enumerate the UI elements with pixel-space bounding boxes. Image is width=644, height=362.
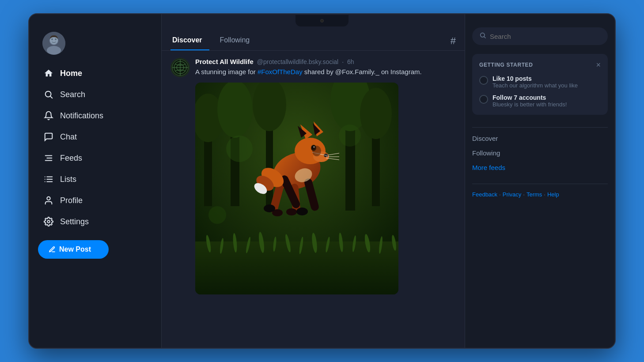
bell-icon: [43, 110, 54, 121]
post-image: [195, 83, 398, 294]
svg-line-85: [484, 37, 485, 38]
gs-header: GETTING STARTED ×: [479, 61, 601, 69]
sidebar-item-notifications[interactable]: Notifications: [38, 106, 152, 125]
svg-point-5: [55, 38, 57, 40]
sidebar-label-settings: Settings: [60, 217, 89, 226]
footer-link-help[interactable]: Help: [547, 191, 559, 198]
sidebar-item-profile[interactable]: Profile: [38, 191, 152, 210]
feed-links: Discover Following More feeds: [472, 133, 608, 173]
gs-like-sub: Teach our algorithm what you like: [492, 82, 578, 89]
lists-icon: [43, 174, 54, 185]
device-frame: Home Search Notifications Chat Feeds: [28, 13, 616, 349]
getting-started-close[interactable]: ×: [596, 61, 601, 69]
sidebar-item-settings[interactable]: Settings: [38, 212, 152, 231]
post-body: Protect All Wildlife @protectallwildlife…: [195, 58, 456, 294]
svg-point-81: [226, 136, 253, 162]
chat-icon: [43, 132, 54, 142]
post-handle: @protectallwildlife.bsky.social: [257, 58, 338, 65]
svg-point-2: [47, 46, 61, 55]
camera-dot: [320, 19, 324, 23]
gs-item-like: Like 10 posts Teach our algorithm what y…: [479, 75, 601, 89]
gs-item-follow-text: Follow 7 accounts Bluesky is better with…: [492, 94, 567, 108]
svg-point-68: [312, 146, 321, 156]
camera-notch: [295, 15, 349, 26]
feed-tabs: Discover Following: [170, 32, 265, 50]
post-avatar[interactable]: [170, 58, 190, 77]
getting-started-title: GETTING STARTED: [479, 62, 533, 68]
top-bar: [29, 14, 615, 27]
feed-link-discover[interactable]: Discover: [472, 133, 608, 144]
divider-1: [472, 127, 608, 128]
feed-header: Discover Following #: [162, 27, 465, 51]
footer-links: Feedback · Privacy · Terms · Help: [472, 191, 608, 198]
post: Protect All Wildlife @protectallwildlife…: [170, 58, 456, 294]
gs-circle-follow: [479, 95, 488, 104]
sidebar-item-feeds[interactable]: Feeds: [38, 148, 152, 168]
svg-point-18: [47, 220, 50, 223]
feed-link-following[interactable]: Following: [472, 147, 608, 158]
sidebar: Home Search Notifications Chat Feeds: [29, 14, 162, 348]
sidebar-item-home[interactable]: Home: [38, 64, 152, 83]
sidebar-label-home: Home: [60, 69, 82, 78]
svg-point-72: [286, 208, 297, 215]
post-hashtag[interactable]: #FoxOfTheDay: [258, 68, 303, 75]
sidebar-item-lists[interactable]: Lists: [38, 170, 152, 189]
gs-follow-sub: Bluesky is better with friends!: [492, 101, 567, 108]
gs-circle-like: [479, 76, 488, 85]
post-timestamp: 6h: [347, 58, 354, 65]
getting-started-section: GETTING STARTED × Like 10 posts Teach ou…: [472, 54, 608, 115]
svg-point-82: [339, 124, 361, 147]
new-post-button[interactable]: New Post: [38, 240, 109, 259]
footer-link-privacy[interactable]: Privacy: [503, 191, 522, 198]
fox-image-container: [195, 83, 398, 294]
sidebar-label-profile: Profile: [60, 196, 83, 205]
sidebar-label-search: Search: [60, 90, 85, 99]
sidebar-label-feeds: Feeds: [60, 154, 82, 163]
svg-point-83: [208, 206, 226, 224]
tab-discover[interactable]: Discover: [170, 32, 209, 50]
feed-content: Protect All Wildlife @protectallwildlife…: [162, 51, 465, 348]
search-box[interactable]: [472, 27, 608, 45]
svg-point-4: [51, 38, 53, 40]
main-content: Discover Following #: [162, 14, 465, 348]
post-author: Protect All Wildlife: [195, 58, 254, 65]
search-input[interactable]: [490, 33, 601, 40]
gs-like-title: Like 10 posts: [492, 75, 578, 82]
avatar[interactable]: [42, 32, 65, 55]
svg-point-74: [264, 204, 275, 212]
footer-link-terms[interactable]: Terms: [527, 191, 542, 198]
svg-point-29: [217, 83, 253, 138]
home-icon: [43, 68, 54, 79]
profile-icon: [43, 195, 54, 206]
feed-link-more[interactable]: More feeds: [472, 162, 608, 173]
sidebar-label-lists: Lists: [60, 175, 76, 184]
search-icon: [479, 32, 486, 41]
sidebar-label-chat: Chat: [60, 132, 77, 142]
tab-following[interactable]: Following: [218, 32, 257, 50]
footer-link-feedback[interactable]: Feedback: [472, 191, 497, 198]
sidebar-item-chat[interactable]: Chat: [38, 127, 152, 147]
post-header: Protect All Wildlife @protectallwildlife…: [195, 58, 456, 65]
gs-follow-title: Follow 7 accounts: [492, 94, 567, 101]
svg-point-17: [47, 197, 50, 200]
gs-item-like-text: Like 10 posts Teach our algorithm what y…: [492, 75, 578, 89]
post-text: A stunning image for #FoxOfTheDay shared…: [195, 67, 456, 77]
settings-icon: [43, 216, 54, 227]
svg-point-35: [360, 88, 392, 139]
post-time: ·: [342, 58, 344, 65]
sidebar-item-search[interactable]: Search: [38, 85, 152, 104]
svg-line-7: [50, 96, 52, 98]
divider-2: [472, 184, 608, 184]
feeds-icon: [43, 153, 54, 163]
right-sidebar: GETTING STARTED × Like 10 posts Teach ou…: [465, 14, 615, 348]
svg-point-76: [296, 207, 308, 215]
gs-item-follow: Follow 7 accounts Bluesky is better with…: [479, 94, 601, 108]
avatar-area: [38, 32, 152, 55]
sidebar-label-notifications: Notifications: [60, 111, 103, 121]
search-icon: [43, 89, 54, 100]
hash-icon[interactable]: #: [451, 35, 456, 47]
new-post-label: New Post: [59, 245, 91, 253]
